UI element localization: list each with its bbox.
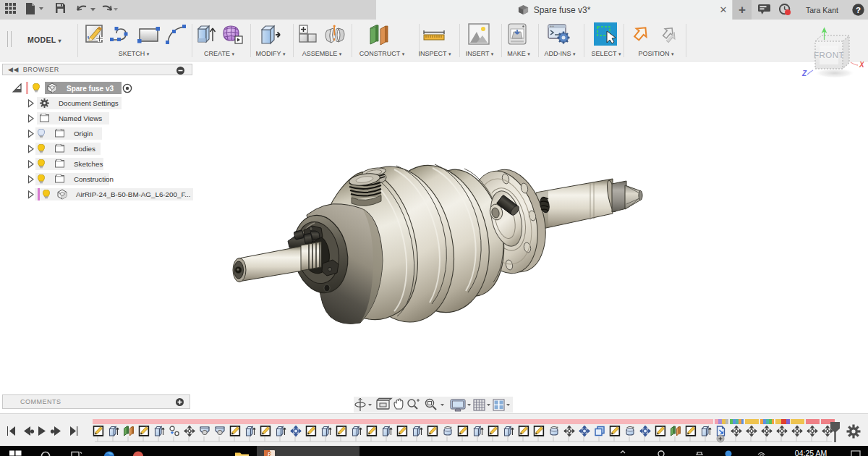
svg-text:04:25 AM: 04:25 AM	[795, 449, 827, 456]
svg-text:P: P	[268, 451, 271, 456]
svg-text:FRONT: FRONT	[814, 51, 844, 59]
svg-text:X: X	[859, 61, 864, 69]
svg-text:Z: Z	[801, 69, 807, 77]
